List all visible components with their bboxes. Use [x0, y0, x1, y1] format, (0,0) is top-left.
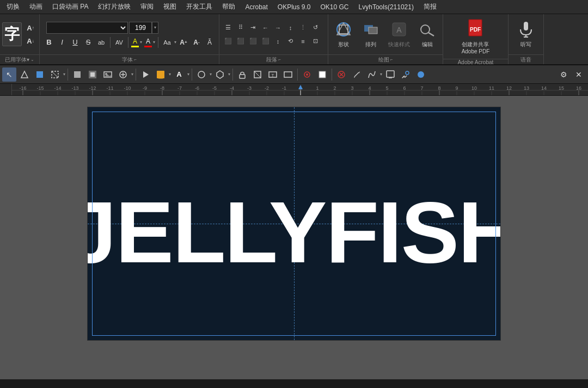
arrange-btn[interactable]: 排列 — [358, 19, 384, 51]
font-color2-btn[interactable]: A — [172, 67, 186, 82]
menu-item-review[interactable]: 审阅 — [136, 1, 158, 13]
circle-shape-btn[interactable] — [194, 67, 209, 82]
para-text-align-btn[interactable]: ≡ — [297, 35, 309, 47]
font-size-input[interactable] — [129, 22, 152, 34]
para-line-spacing-btn[interactable]: ↕ — [272, 35, 284, 47]
font-aa-btn[interactable]: Aa — [161, 36, 173, 48]
font-name-dropdown[interactable] — [46, 22, 128, 34]
pen-btn[interactable] — [350, 67, 364, 82]
slide-canvas[interactable]: JELLYFISH — [87, 107, 501, 341]
menu-item-lvyhtools[interactable]: LvyhTools(211021) — [354, 2, 418, 12]
para-increase-indent-btn[interactable]: → — [272, 22, 284, 34]
font-aa-arrow[interactable]: ▾ — [174, 40, 176, 45]
font-smaller-btn[interactable]: A- — [191, 36, 203, 48]
font-icon-label[interactable]: 已用字体▾ ⌄ — [0, 54, 39, 64]
menu-item-slideshow[interactable]: 幻灯片放映 — [94, 1, 135, 13]
para-align-right-btn[interactable]: ⬛ — [247, 35, 259, 47]
shape-outline-arrow[interactable]: ▾ — [380, 72, 382, 77]
font-color2-arrow[interactable]: ▾ — [187, 72, 189, 77]
menu-item-switch[interactable]: 切换 — [2, 1, 24, 13]
settings-close-btn[interactable]: ✕ — [572, 67, 586, 82]
select-tool-btn[interactable]: ↖ — [2, 67, 16, 82]
jellyfish-text[interactable]: JELLYFISH — [87, 189, 501, 276]
para-list-bullet-btn[interactable]: ☰ — [222, 22, 234, 34]
font-highlight-arrow[interactable]: ▾ — [140, 40, 142, 45]
font-highlight-btn[interactable]: A — [131, 38, 139, 47]
svg-text:-7: -7 — [177, 85, 182, 91]
cross-btn[interactable] — [334, 67, 348, 82]
insert-tool-btn[interactable] — [116, 67, 130, 82]
hexagon-arrow[interactable]: ▾ — [228, 72, 230, 77]
drawing-group-label[interactable]: 绘图 ⌐ — [328, 54, 443, 64]
para-align-center-btn[interactable]: ⬛ — [235, 35, 247, 47]
font-group-label[interactable]: 字体 ⌐ — [40, 54, 219, 64]
listen-btn[interactable]: 听写 — [513, 19, 539, 51]
para-outline-btn[interactable]: ⇥ — [247, 22, 259, 34]
svg-text:-8: -8 — [160, 85, 164, 91]
para-direction-btn[interactable]: ↕ — [285, 22, 297, 34]
settings-gear-btn[interactable]: ⚙ — [556, 67, 571, 82]
color-fill-btn[interactable] — [154, 67, 168, 82]
text-box-btn[interactable]: T — [266, 67, 280, 82]
font-size-dropdown-arrow[interactable]: ▾ — [152, 22, 158, 34]
menu-item-devtools[interactable]: 开发工具 — [182, 1, 217, 13]
hexagon-btn[interactable] — [213, 67, 227, 82]
menu-item-pocket-animation[interactable]: 口袋动画 PA — [48, 1, 93, 13]
menu-item-view[interactable]: 视图 — [159, 1, 181, 13]
para-group-label[interactable]: 段落 ⌐ — [219, 54, 328, 64]
menu-item-ok10gc[interactable]: OK10 GC — [316, 2, 353, 12]
quickstyle-btn[interactable]: A 快速样式 — [385, 19, 413, 51]
font-bigger-btn[interactable]: A+ — [177, 36, 189, 48]
selection-btn[interactable] — [48, 67, 62, 82]
clear-format-button[interactable]: AV — [113, 36, 125, 48]
crop-btn[interactable] — [250, 67, 265, 82]
voice-group-label[interactable]: 语音 — [509, 54, 543, 64]
strikethrough-button[interactable]: S — [82, 36, 94, 48]
insert-dropdown-arrow[interactable]: ▾ — [131, 72, 133, 77]
para-decrease-indent-btn[interactable]: ← — [260, 22, 272, 34]
photo-btn[interactable] — [281, 67, 295, 82]
para-rotate-btn[interactable]: ↺ — [310, 22, 322, 34]
circle-shape-arrow[interactable]: ▾ — [210, 72, 212, 77]
adobe-group-label[interactable]: Adobe Acrobat — [443, 59, 508, 65]
para-smart-btn[interactable]: ⊡ — [310, 35, 322, 47]
font-size-increase-btn[interactable]: A↑ — [24, 22, 37, 34]
play-tool-btn[interactable] — [138, 67, 152, 82]
edit-btn[interactable]: 编辑 — [414, 19, 440, 51]
font-special-btn[interactable]: Ã — [204, 36, 216, 48]
para-align-left-btn[interactable]: ⬛ — [222, 35, 234, 47]
color-dropdown-arrow[interactable]: ▾ — [169, 72, 171, 77]
white-rect-btn[interactable] — [315, 67, 329, 82]
link-btn[interactable] — [399, 67, 413, 82]
para-column-btn[interactable]: ⋮ — [297, 22, 309, 34]
rect-tool-btn[interactable] — [33, 67, 47, 82]
shape2-tool-btn[interactable] — [70, 67, 84, 82]
shadow-button[interactable]: ab — [95, 36, 107, 48]
image-tool-btn[interactable] — [101, 67, 115, 82]
font-size-decrease-btn[interactable]: A↓ — [24, 35, 37, 47]
create-pdf-btn[interactable]: PDF 创建并共享 Adobe PDF — [458, 16, 493, 57]
font-icon[interactable]: 字 — [2, 22, 22, 46]
shapes-btn[interactable]: 形状 — [330, 19, 357, 51]
shape3-tool-btn[interactable] — [85, 67, 100, 82]
lock-btn[interactable] — [235, 67, 249, 82]
italic-button[interactable]: I — [56, 36, 68, 48]
para-align-justify-btn[interactable]: ⬛ — [260, 35, 272, 47]
polygon-tool-btn[interactable] — [17, 67, 32, 82]
circle-solid-btn[interactable] — [414, 67, 428, 82]
underline-button[interactable]: U — [69, 36, 81, 48]
font-color-arrow[interactable]: ▾ — [153, 40, 155, 45]
para-list-number-btn[interactable]: ⠿ — [235, 22, 247, 34]
menu-item-animation[interactable]: 动画 — [25, 1, 47, 13]
target-btn[interactable] — [300, 67, 314, 82]
menu-item-help[interactable]: 帮助 — [218, 1, 240, 13]
screen-btn[interactable] — [383, 67, 397, 82]
bold-button[interactable]: B — [43, 36, 55, 48]
menu-item-jianbo[interactable]: 简报 — [419, 1, 441, 13]
menu-item-acrobat[interactable]: Acrobat — [241, 2, 272, 12]
shape-outline-btn[interactable] — [365, 67, 379, 82]
menu-item-okplus[interactable]: OKPlus 9.0 — [273, 2, 315, 12]
font-color-btn[interactable]: A — [144, 38, 152, 47]
para-text-dir-btn[interactable]: ⟲ — [285, 35, 297, 47]
select-dropdown-arrow[interactable]: ▾ — [63, 72, 65, 77]
